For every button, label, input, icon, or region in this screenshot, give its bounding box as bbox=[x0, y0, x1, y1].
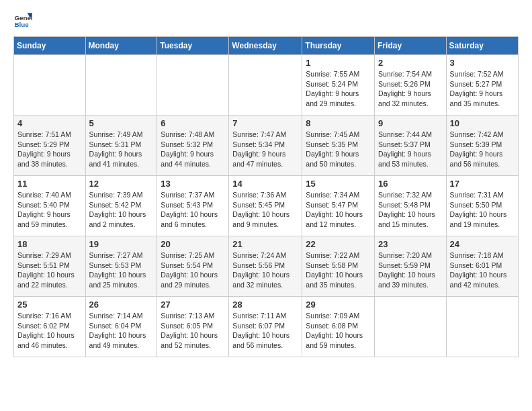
header-thursday: Thursday bbox=[302, 37, 375, 55]
day-info: Sunrise: 7:22 AM Sunset: 5:58 PM Dayligh… bbox=[306, 250, 371, 290]
calendar-cell bbox=[229, 55, 302, 116]
calendar-cell: 22Sunrise: 7:22 AM Sunset: 5:58 PM Dayli… bbox=[302, 236, 375, 297]
day-number: 20 bbox=[161, 239, 225, 249]
calendar-cell: 18Sunrise: 7:29 AM Sunset: 5:51 PM Dayli… bbox=[14, 236, 86, 297]
day-info: Sunrise: 7:52 AM Sunset: 5:27 PM Dayligh… bbox=[450, 69, 515, 109]
day-info: Sunrise: 7:25 AM Sunset: 5:54 PM Dayligh… bbox=[161, 250, 225, 290]
day-info: Sunrise: 7:36 AM Sunset: 5:45 PM Dayligh… bbox=[232, 190, 298, 230]
calendar-cell: 5Sunrise: 7:49 AM Sunset: 5:31 PM Daylig… bbox=[85, 116, 157, 176]
day-number: 17 bbox=[450, 179, 515, 189]
day-info: Sunrise: 7:39 AM Sunset: 5:42 PM Dayligh… bbox=[89, 190, 154, 230]
calendar-cell: 20Sunrise: 7:25 AM Sunset: 5:54 PM Dayli… bbox=[157, 236, 229, 297]
calendar-cell: 9Sunrise: 7:44 AM Sunset: 5:37 PM Daylig… bbox=[375, 116, 447, 176]
calendar-cell: 17Sunrise: 7:31 AM Sunset: 5:50 PM Dayli… bbox=[446, 176, 518, 236]
calendar-cell: 3Sunrise: 7:52 AM Sunset: 5:27 PM Daylig… bbox=[446, 55, 518, 116]
calendar-cell: 23Sunrise: 7:20 AM Sunset: 5:59 PM Dayli… bbox=[375, 236, 447, 297]
day-number: 23 bbox=[378, 239, 443, 249]
day-number: 10 bbox=[450, 118, 515, 128]
calendar-cell: 11Sunrise: 7:40 AM Sunset: 5:40 PM Dayli… bbox=[14, 176, 86, 236]
header-monday: Monday bbox=[85, 37, 157, 55]
calendar-cell: 2Sunrise: 7:54 AM Sunset: 5:26 PM Daylig… bbox=[375, 55, 447, 116]
calendar-cell: 7Sunrise: 7:47 AM Sunset: 5:34 PM Daylig… bbox=[229, 116, 302, 176]
calendar-cell: 19Sunrise: 7:27 AM Sunset: 5:53 PM Dayli… bbox=[85, 236, 157, 297]
week-row-2: 4Sunrise: 7:51 AM Sunset: 5:29 PM Daylig… bbox=[14, 116, 519, 176]
calendar-cell bbox=[446, 297, 518, 357]
day-number: 5 bbox=[89, 118, 154, 128]
day-info: Sunrise: 7:09 AM Sunset: 6:08 PM Dayligh… bbox=[306, 311, 371, 351]
day-info: Sunrise: 7:55 AM Sunset: 5:24 PM Dayligh… bbox=[306, 69, 371, 109]
day-number: 1 bbox=[306, 58, 371, 68]
day-number: 25 bbox=[17, 300, 82, 310]
calendar-cell: 26Sunrise: 7:14 AM Sunset: 6:04 PM Dayli… bbox=[85, 297, 157, 357]
day-info: Sunrise: 7:47 AM Sunset: 5:34 PM Dayligh… bbox=[232, 130, 298, 169]
day-info: Sunrise: 7:11 AM Sunset: 6:07 PM Dayligh… bbox=[232, 311, 298, 351]
day-number: 29 bbox=[306, 300, 371, 310]
calendar-cell: 8Sunrise: 7:45 AM Sunset: 5:35 PM Daylig… bbox=[302, 116, 375, 176]
header-tuesday: Tuesday bbox=[157, 37, 229, 55]
header: General Blue bbox=[13, 11, 519, 30]
week-row-4: 18Sunrise: 7:29 AM Sunset: 5:51 PM Dayli… bbox=[14, 236, 519, 297]
day-number: 28 bbox=[232, 300, 298, 310]
day-info: Sunrise: 7:27 AM Sunset: 5:53 PM Dayligh… bbox=[89, 250, 154, 290]
day-info: Sunrise: 7:37 AM Sunset: 5:43 PM Dayligh… bbox=[161, 190, 225, 230]
day-number: 26 bbox=[89, 300, 154, 310]
week-row-3: 11Sunrise: 7:40 AM Sunset: 5:40 PM Dayli… bbox=[14, 176, 519, 236]
calendar-cell: 1Sunrise: 7:55 AM Sunset: 5:24 PM Daylig… bbox=[302, 55, 375, 116]
header-wednesday: Wednesday bbox=[229, 37, 302, 55]
header-row: SundayMondayTuesdayWednesdayThursdayFrid… bbox=[14, 37, 519, 55]
calendar-cell: 15Sunrise: 7:34 AM Sunset: 5:47 PM Dayli… bbox=[302, 176, 375, 236]
day-info: Sunrise: 7:51 AM Sunset: 5:29 PM Dayligh… bbox=[17, 130, 82, 169]
calendar-cell: 24Sunrise: 7:18 AM Sunset: 6:01 PM Dayli… bbox=[446, 236, 518, 297]
calendar-cell: 6Sunrise: 7:48 AM Sunset: 5:32 PM Daylig… bbox=[157, 116, 229, 176]
day-number: 4 bbox=[17, 118, 82, 128]
calendar-cell: 14Sunrise: 7:36 AM Sunset: 5:45 PM Dayli… bbox=[229, 176, 302, 236]
day-number: 11 bbox=[17, 179, 82, 189]
day-info: Sunrise: 7:32 AM Sunset: 5:48 PM Dayligh… bbox=[378, 190, 443, 230]
day-info: Sunrise: 7:14 AM Sunset: 6:04 PM Dayligh… bbox=[89, 311, 154, 351]
logo: General Blue bbox=[13, 11, 35, 30]
day-number: 7 bbox=[232, 118, 298, 128]
day-number: 12 bbox=[89, 179, 154, 189]
day-number: 18 bbox=[17, 239, 82, 249]
calendar-cell bbox=[85, 55, 157, 116]
logo-icon: General Blue bbox=[13, 11, 32, 30]
day-number: 27 bbox=[161, 300, 225, 310]
day-number: 8 bbox=[306, 118, 371, 128]
calendar-cell bbox=[375, 297, 447, 357]
day-info: Sunrise: 7:18 AM Sunset: 6:01 PM Dayligh… bbox=[450, 250, 515, 290]
calendar-table: SundayMondayTuesdayWednesdayThursdayFrid… bbox=[13, 36, 519, 357]
day-info: Sunrise: 7:13 AM Sunset: 6:05 PM Dayligh… bbox=[161, 311, 225, 351]
day-number: 16 bbox=[378, 179, 443, 189]
day-info: Sunrise: 7:34 AM Sunset: 5:47 PM Dayligh… bbox=[306, 190, 371, 230]
calendar-cell: 4Sunrise: 7:51 AM Sunset: 5:29 PM Daylig… bbox=[14, 116, 86, 176]
calendar-cell: 16Sunrise: 7:32 AM Sunset: 5:48 PM Dayli… bbox=[375, 176, 447, 236]
calendar-cell: 10Sunrise: 7:42 AM Sunset: 5:39 PM Dayli… bbox=[446, 116, 518, 176]
svg-text:Blue: Blue bbox=[14, 21, 29, 28]
calendar-cell bbox=[14, 55, 86, 116]
calendar-cell: 12Sunrise: 7:39 AM Sunset: 5:42 PM Dayli… bbox=[85, 176, 157, 236]
calendar-cell: 13Sunrise: 7:37 AM Sunset: 5:43 PM Dayli… bbox=[157, 176, 229, 236]
calendar-cell: 25Sunrise: 7:16 AM Sunset: 6:02 PM Dayli… bbox=[14, 297, 86, 357]
day-number: 21 bbox=[232, 239, 298, 249]
day-number: 24 bbox=[450, 239, 515, 249]
day-info: Sunrise: 7:49 AM Sunset: 5:31 PM Dayligh… bbox=[89, 130, 154, 169]
day-info: Sunrise: 7:48 AM Sunset: 5:32 PM Dayligh… bbox=[161, 130, 225, 169]
day-number: 6 bbox=[161, 118, 225, 128]
day-info: Sunrise: 7:45 AM Sunset: 5:35 PM Dayligh… bbox=[306, 130, 371, 169]
day-number: 3 bbox=[450, 58, 515, 68]
day-info: Sunrise: 7:16 AM Sunset: 6:02 PM Dayligh… bbox=[17, 311, 82, 351]
day-number: 15 bbox=[306, 179, 371, 189]
day-info: Sunrise: 7:42 AM Sunset: 5:39 PM Dayligh… bbox=[450, 130, 515, 169]
day-info: Sunrise: 7:44 AM Sunset: 5:37 PM Dayligh… bbox=[378, 130, 443, 169]
day-info: Sunrise: 7:54 AM Sunset: 5:26 PM Dayligh… bbox=[378, 69, 443, 109]
header-friday: Friday bbox=[375, 37, 447, 55]
header-saturday: Saturday bbox=[446, 37, 518, 55]
day-info: Sunrise: 7:29 AM Sunset: 5:51 PM Dayligh… bbox=[17, 250, 82, 290]
day-info: Sunrise: 7:24 AM Sunset: 5:56 PM Dayligh… bbox=[232, 250, 298, 290]
calendar-cell: 27Sunrise: 7:13 AM Sunset: 6:05 PM Dayli… bbox=[157, 297, 229, 357]
day-number: 14 bbox=[232, 179, 298, 189]
week-row-5: 25Sunrise: 7:16 AM Sunset: 6:02 PM Dayli… bbox=[14, 297, 519, 357]
calendar-cell bbox=[157, 55, 229, 116]
day-number: 19 bbox=[89, 239, 154, 249]
day-info: Sunrise: 7:40 AM Sunset: 5:40 PM Dayligh… bbox=[17, 190, 82, 230]
